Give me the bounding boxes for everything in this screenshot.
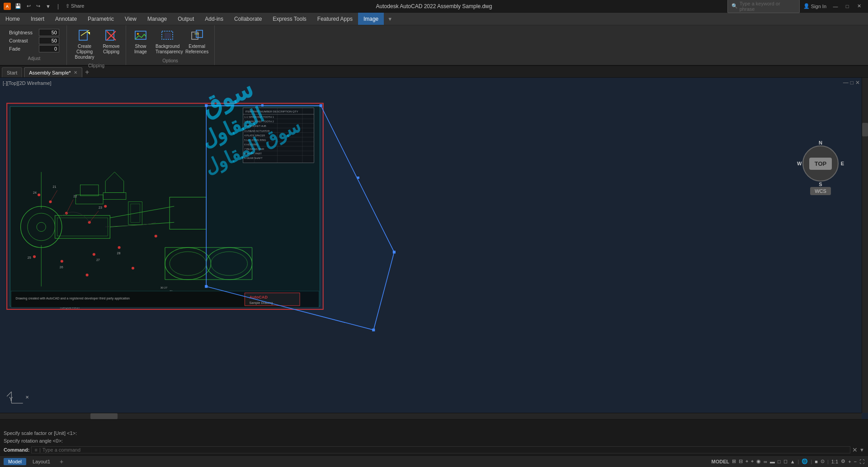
compass-north: N xyxy=(819,140,822,145)
search-box[interactable]: 🔍 Type a keyword or phrase xyxy=(727,0,800,13)
scrollbar-bottom[interactable] xyxy=(0,413,862,419)
menu-collaborate[interactable]: Collaborate xyxy=(229,13,267,25)
svg-rect-102 xyxy=(205,285,208,288)
bg-transparency-label: BackgroundTransparency xyxy=(156,44,179,55)
isolate-icon[interactable]: ■ xyxy=(815,459,818,464)
grid-icon[interactable]: ⊞ xyxy=(732,458,736,464)
remove-clipping-btn[interactable]: RemoveClipping xyxy=(100,27,122,56)
svg-text:Drawing created with AutoCAD a: Drawing created with AutoCAD and a regis… xyxy=(15,297,130,300)
model-label: MODEL xyxy=(711,459,729,464)
svg-text:22: 22 xyxy=(73,195,77,198)
status-bar: Model Layout1 + MODEL ⊞ ⊟ ⌖ ⌖ ◉ ∞ ▬ □ ◻ … xyxy=(0,455,868,467)
title-bar-right: 🔍 Type a keyword or phrase 👤 Sign In — □… xyxy=(727,0,864,13)
ortho-icon[interactable]: ⌖ xyxy=(745,458,748,464)
cmd-close-icon[interactable]: ✕ xyxy=(852,446,858,453)
tab-model[interactable]: Model xyxy=(4,458,26,465)
otrack-icon[interactable]: ∞ xyxy=(764,459,767,464)
tab-start[interactable]: Start xyxy=(2,67,22,77)
zoom-label: 1:1 xyxy=(831,459,838,464)
globe-icon[interactable]: 🌐 xyxy=(802,458,808,464)
cmd-arrow-icon[interactable]: ▼ xyxy=(859,447,864,453)
annotation-icon[interactable]: ▲ xyxy=(790,459,795,464)
cmd-separator: | xyxy=(39,447,41,453)
properties-icon[interactable]: ⊙ xyxy=(821,458,825,464)
status-right: MODEL ⊞ ⊟ ⌖ ⌖ ◉ ∞ ▬ □ ◻ ▲ | 🌐 | ■ ⊙ | 1:… xyxy=(711,458,864,464)
minimize-button[interactable]: — xyxy=(830,1,841,11)
osnap-icon[interactable]: ◉ xyxy=(756,458,761,464)
remove-clipping-icon xyxy=(104,28,118,43)
title-bar: A 💾 ↩ ↪ ▼ | ⇧ Share Autodesk AutoCAD 202… xyxy=(0,0,868,13)
create-clipping-btn[interactable]: Create ClippingBoundary xyxy=(71,27,99,61)
sign-in-button[interactable]: 👤 Sign In xyxy=(803,3,826,9)
maximize-button[interactable]: □ xyxy=(842,1,853,11)
zoom-out-icon[interactable]: − xyxy=(854,459,857,464)
brightness-input[interactable] xyxy=(39,29,59,36)
wcs-button[interactable]: WCS xyxy=(810,187,831,195)
external-references-btn[interactable]: ExternalReferences xyxy=(183,27,211,56)
menu-insert[interactable]: Insert xyxy=(25,13,50,25)
ribbon-group-options: ShowImage BackgroundTransparency xyxy=(126,25,215,65)
scrollbar-right[interactable] xyxy=(862,78,868,413)
share-btn[interactable]: ⇧ Share xyxy=(64,3,85,9)
zoom-in-icon[interactable]: + xyxy=(848,459,851,464)
menu-bar: Home Insert Annotate Parametric View Man… xyxy=(0,13,868,25)
svg-text:26: 26 xyxy=(60,266,63,269)
viewport-maximize-icon[interactable]: □ xyxy=(850,79,854,86)
viewport-minimize-icon[interactable]: — xyxy=(843,79,849,86)
svg-rect-104 xyxy=(357,177,359,179)
menu-express-tools[interactable]: Express Tools xyxy=(267,13,311,25)
transparency-icon[interactable]: □ xyxy=(778,459,781,464)
cmd-icon: ≡ xyxy=(34,447,37,453)
polar-icon[interactable]: ⌖ xyxy=(751,458,754,464)
svg-text:25: 25 xyxy=(28,256,31,260)
qat-dropdown[interactable]: ▼ xyxy=(44,4,52,9)
show-image-btn[interactable]: ShowImage xyxy=(130,27,151,56)
create-clipping-label: Create ClippingBoundary xyxy=(73,44,96,60)
add-tab-button[interactable]: + xyxy=(82,67,92,77)
canvas-area[interactable]: [-][Top][2D Wireframe] — □ ✕ ITEM PART N… xyxy=(0,78,868,419)
qat-save[interactable]: 💾 xyxy=(14,3,23,9)
ext-references-icon xyxy=(190,28,204,43)
menu-output[interactable]: Output xyxy=(172,13,199,25)
clipping-items: Create ClippingBoundary RemoveClipping xyxy=(71,27,122,61)
tab-close-icon[interactable]: ✕ xyxy=(74,70,77,75)
show-image-icon xyxy=(133,28,148,43)
viewport-close-icon[interactable]: ✕ xyxy=(855,79,860,86)
lineweight-icon[interactable]: ▬ xyxy=(770,459,775,464)
person-icon: 👤 xyxy=(803,3,810,9)
settings-icon[interactable]: ⚙ xyxy=(841,458,845,464)
menu-manage[interactable]: Manage xyxy=(142,13,172,25)
options-items: ShowImage BackgroundTransparency xyxy=(130,27,211,56)
menu-featured-apps[interactable]: Featured Apps xyxy=(312,13,358,25)
menu-parametric[interactable]: Parametric xyxy=(82,13,119,25)
fullscreen-icon[interactable]: ⛶ xyxy=(859,459,864,464)
add-layout-button[interactable]: + xyxy=(57,457,66,467)
svg-text:24: 24 xyxy=(33,191,37,195)
svg-point-51 xyxy=(38,193,40,196)
close-button[interactable]: ✕ xyxy=(854,1,864,11)
fade-input[interactable] xyxy=(39,45,59,52)
svg-text:21: 21 xyxy=(53,185,57,189)
svg-text:✕: ✕ xyxy=(25,395,29,400)
app-icon: A xyxy=(4,3,11,10)
cmd-label: Command: xyxy=(4,447,29,453)
menu-image[interactable]: Image xyxy=(358,13,384,25)
menu-annotate[interactable]: Annotate xyxy=(50,13,82,25)
top-view-button[interactable]: TOP xyxy=(809,158,832,170)
tab-assembly-sample[interactable]: Assembly Sample* ✕ xyxy=(24,67,82,77)
snap-icon[interactable]: ⊟ xyxy=(739,458,743,464)
cmd-placeholder[interactable]: Type a command xyxy=(42,447,80,453)
selection-icon[interactable]: ◻ xyxy=(783,458,788,464)
qat-undo[interactable]: ↩ xyxy=(25,3,32,9)
adjust-label: Adjust xyxy=(28,55,41,61)
menu-view[interactable]: View xyxy=(119,13,142,25)
cmd-input-row: Command: ≡ | Type a command ✕ ▼ xyxy=(4,446,864,453)
svg-rect-10 xyxy=(192,32,198,39)
contrast-input[interactable] xyxy=(39,37,59,44)
menu-home[interactable]: Home xyxy=(0,13,25,25)
tab-layout1[interactable]: Layout1 xyxy=(28,458,55,465)
menu-addins[interactable]: Add-ins xyxy=(199,13,229,25)
qat-redo[interactable]: ↪ xyxy=(35,3,42,9)
background-transparency-btn[interactable]: BackgroundTransparency xyxy=(153,27,181,56)
svg-rect-0 xyxy=(79,30,87,40)
